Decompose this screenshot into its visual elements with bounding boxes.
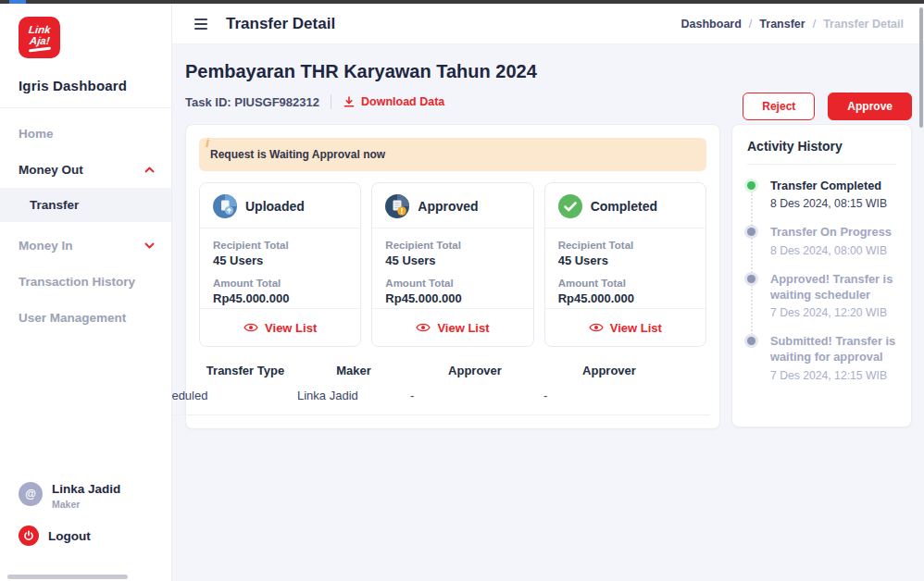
task-id: Task ID: PIUSGF982312	[185, 95, 319, 109]
transfer-detail-card: i Request is Waiting Approval now U	[185, 124, 720, 429]
recipient-total-label: Recipient Total	[558, 240, 693, 251]
sidebar-item-label: Money In	[19, 239, 73, 253]
sidebar-item-label: User Management	[19, 311, 126, 325]
user-name: Linka Jadid	[52, 482, 120, 496]
table-header-approver-2: Approver	[558, 364, 660, 377]
approved-file-icon	[385, 194, 409, 218]
sidebar-item-home[interactable]: Home	[0, 116, 171, 152]
download-label: Download Data	[361, 95, 444, 108]
main-area: Transfer Detail Dashboard / Transfer / T…	[172, 4, 924, 581]
table-header-transfer-type: Transfer Type	[194, 364, 296, 377]
activity-item-title: Transfer Completed	[770, 178, 896, 193]
activity-item-approved: Approved! Transfer is waiting scheduler …	[747, 271, 896, 334]
status-card-title: Approved	[418, 199, 478, 214]
main-header: Transfer Detail Dashboard / Transfer / T…	[172, 4, 924, 44]
view-list-button-uploaded[interactable]: View List	[200, 308, 360, 346]
breadcrumb: Dashboard / Transfer / Transfer Detail	[681, 18, 904, 31]
chevron-up-icon	[144, 167, 155, 173]
avatar: @	[19, 482, 43, 506]
activity-item-date: 7 Des 2024, 12:20 WIB	[770, 306, 896, 319]
amount-total-label: Amount Total	[385, 278, 519, 289]
table-divider	[151, 414, 710, 415]
sidebar-item-label: Home	[19, 127, 54, 141]
recipient-total-value: 45 Users	[558, 253, 693, 267]
task-divider	[331, 94, 331, 109]
activity-history-title: Activity History	[747, 139, 896, 154]
timeline-dot-gray	[747, 337, 755, 345]
status-card-uploaded: Uploaded Recipient Total 45 Users Amount…	[199, 182, 361, 347]
activity-item-date: 7 Des 2024, 12:15 WIB	[770, 369, 896, 382]
timeline-dot-green	[747, 181, 755, 190]
chevron-down-icon	[144, 242, 155, 249]
upload-file-icon	[213, 194, 237, 218]
sidebar-item-transfer[interactable]: Transfer	[0, 188, 171, 222]
activity-history-panel: Activity History Transfer Completed 8 De…	[731, 124, 912, 427]
info-icon: i	[206, 138, 209, 150]
browser-top-strip	[0, 0, 924, 4]
logo-text-line2: Aja!	[29, 35, 50, 46]
eye-icon	[416, 322, 431, 333]
activity-item-title: Transfer On Progress	[770, 224, 896, 240]
timeline-dot-gray	[747, 228, 755, 236]
status-card-title: Uploaded	[245, 199, 305, 214]
check-circle-icon	[558, 194, 582, 218]
view-list-label: View List	[610, 321, 662, 335]
sidebar: Link Aja! Igris Dashboard Home Money Out…	[0, 4, 172, 581]
waiting-approval-banner: i Request is Waiting Approval now	[199, 138, 706, 171]
horizontal-scrollbar[interactable]	[7, 575, 128, 579]
recipient-total-label: Recipient Total	[213, 240, 347, 251]
user-profile: @ Linka Jadid Maker	[19, 482, 120, 510]
recipient-total-label: Recipient Total	[385, 240, 519, 251]
table-cell-approver-1: -	[410, 389, 414, 402]
sidebar-item-transaction-history[interactable]: Transaction History	[0, 264, 171, 300]
eye-icon	[243, 322, 258, 333]
page-title: Pembayaran THR Karyawan Tahun 2024	[185, 61, 905, 82]
vertical-scrollbar[interactable]	[919, 7, 923, 128]
view-list-button-completed[interactable]: View List	[545, 308, 705, 346]
activity-divider	[747, 164, 896, 165]
sidebar-item-money-in[interactable]: Money In	[0, 228, 171, 264]
breadcrumb-current: Transfer Detail	[823, 18, 904, 31]
view-list-label: View List	[437, 321, 489, 335]
sidebar-item-user-management[interactable]: User Management	[0, 300, 171, 336]
view-list-button-approved[interactable]: View List	[372, 308, 532, 346]
sidebar-item-money-out[interactable]: Money Out	[0, 152, 171, 188]
sidebar-divider	[0, 107, 171, 108]
activity-item-title: Submitted! Transfer is waiting for appro…	[770, 333, 896, 365]
activity-item-date: 8 Des 2024, 08:00 WIB	[770, 244, 896, 257]
approve-button[interactable]: Approve	[828, 93, 912, 120]
app-title: Igris Dashboard	[19, 78, 153, 93]
activity-item-on-progress: Transfer On Progress 8 Des 2024, 08:00 W…	[747, 224, 896, 270]
activity-item-date: 8 Des 2024, 08:15 WIB	[770, 197, 896, 210]
status-card-title: Completed	[591, 199, 657, 214]
activity-item-completed: Transfer Completed 8 Des 2024, 08:15 WIB	[747, 178, 896, 224]
logout-label: Logout	[48, 529, 91, 543]
status-cards: Uploaded Recipient Total 45 Users Amount…	[199, 182, 706, 347]
status-card-approved: Approved Recipient Total 45 Users Amount…	[371, 182, 533, 347]
timeline-dot-gray	[747, 275, 755, 283]
recipient-total-value: 45 Users	[385, 253, 519, 267]
breadcrumb-dashboard[interactable]: Dashboard	[681, 18, 742, 31]
download-data-link[interactable]: Download Data	[343, 95, 444, 108]
recipient-total-value: 45 Users	[213, 253, 347, 267]
user-role: Maker	[52, 499, 120, 510]
table-header-maker: Maker	[303, 364, 405, 377]
reject-button[interactable]: Reject	[743, 93, 815, 120]
menu-icon[interactable]	[193, 15, 209, 33]
page-header-title: Transfer Detail	[226, 15, 335, 33]
alert-message: Request is Waiting Approval now	[210, 148, 385, 161]
logout-button[interactable]: Logout	[19, 525, 120, 546]
sidebar-item-label: Transaction History	[19, 275, 135, 289]
table-cell-maker: Linka Jadid	[297, 389, 358, 402]
download-icon	[343, 95, 356, 108]
table-cell-approver-2: -	[543, 389, 547, 402]
amount-total-value: Rp45.000.000	[558, 291, 693, 305]
eye-icon	[589, 322, 604, 333]
linkaja-logo: Link Aja!	[19, 17, 60, 58]
logo-swoosh	[28, 47, 50, 52]
sidebar-item-label: Transfer	[30, 198, 79, 212]
table-header-approver-1: Approver	[424, 364, 526, 377]
amount-total-label: Amount Total	[558, 278, 693, 289]
breadcrumb-transfer[interactable]: Transfer	[759, 18, 805, 31]
amount-total-value: Rp45.000.000	[385, 291, 519, 305]
